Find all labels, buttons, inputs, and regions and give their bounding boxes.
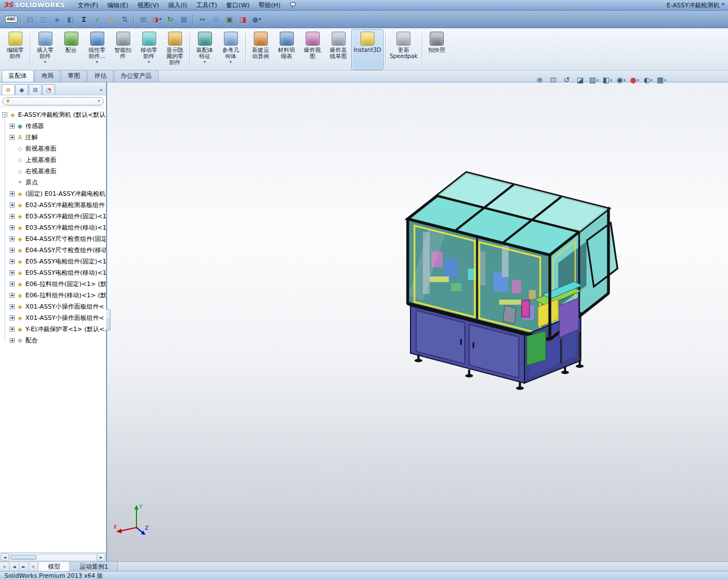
- dropdown-caret[interactable]: ▾: [96, 60, 98, 64]
- tree-item[interactable]: + ◈ E06-拉料组件(移动)<1> (默: [0, 289, 106, 301]
- toolbar-icon[interactable]: ▾: [134, 14, 134, 24]
- dropdown-caret[interactable]: ▾: [230, 60, 232, 64]
- panel-expand-icon[interactable]: »: [99, 87, 104, 95]
- ribbon-button[interactable]: 移动零 部件 ▾: [136, 29, 162, 70]
- mass-properties-icon[interactable]: ◈ ▾: [51, 13, 63, 25]
- menu-item[interactable]: 编辑(E): [103, 1, 133, 10]
- menu-item[interactable]: 工具(T): [192, 1, 222, 10]
- ribbon-button[interactable]: Instant3D ▾: [351, 29, 383, 70]
- commandmanager-tab[interactable]: 装配体: [2, 70, 34, 82]
- expander-icon[interactable]: +: [10, 225, 15, 230]
- tree-item[interactable]: ◇ 前视基准面: [0, 143, 106, 154]
- document-tab[interactable]: 运动算例1: [70, 562, 118, 571]
- tree-item[interactable]: ⌖ 原点: [0, 177, 106, 188]
- tree-item[interactable]: + ◈ E02-ASSY冲裁检测基板组件: [0, 199, 106, 210]
- graphics-canvas[interactable]: [107, 82, 728, 561]
- tree-item[interactable]: + ◈ E03-ASSY冲裁组件(移动)<1: [0, 222, 106, 233]
- dropdown-caret[interactable]: ▾: [637, 78, 639, 82]
- commandmanager-tab[interactable]: 草图: [61, 70, 87, 82]
- expander-icon[interactable]: +: [10, 315, 15, 320]
- zoom-to-fit-icon[interactable]: ⊕ ▾: [533, 74, 546, 85]
- expander-icon[interactable]: +: [10, 327, 15, 332]
- menu-item[interactable]: 帮助(H): [254, 1, 285, 10]
- expander-icon[interactable]: +: [10, 304, 15, 309]
- hide-show-items-icon[interactable]: ◉ ▾: [614, 74, 628, 85]
- propertymanager-tab[interactable]: ◆: [15, 84, 28, 95]
- file-properties-icon[interactable]: ▤ ▾: [24, 13, 36, 25]
- tree-item[interactable]: + ◈ X01-ASSY小操作面板组件<: [0, 312, 106, 323]
- sheet-nav-button[interactable]: »: [29, 562, 38, 571]
- dropdown-caret[interactable]: ▾: [651, 78, 652, 82]
- tree-item[interactable]: + ◈ (固定) E01-ASSY冲裁电检机: [0, 188, 106, 199]
- align-components-icon[interactable]: ⇅ ▾: [118, 13, 131, 25]
- tree-item[interactable]: + ◉ 传感器: [0, 120, 106, 131]
- toolbar-icon[interactable]: ▾: [20, 14, 21, 24]
- measure-icon[interactable]: ↔ ▾: [196, 13, 209, 25]
- tree-item[interactable]: + ◈ E06-拉料组件(固定)<1> (默: [0, 278, 106, 289]
- tree-item[interactable]: + ◈ X01-ASSY小操作面板组件<: [0, 301, 106, 312]
- tree-item[interactable]: + ◈ E03-ASSY冲裁组件(固定)<1: [0, 210, 106, 222]
- expander-icon[interactable]: +: [10, 135, 15, 140]
- panel-splitter-handle[interactable]: ›: [106, 309, 111, 331]
- ribbon-button[interactable]: 材料明 细表 ▾: [273, 29, 299, 70]
- dropdown-caret[interactable]: ▾: [159, 17, 161, 21]
- ribbon-button[interactable]: 更新 Speedpak ▾: [387, 29, 420, 70]
- equations-icon[interactable]: Σ ▾: [78, 13, 90, 25]
- ribbon-button[interactable]: ▾: [385, 33, 386, 67]
- tree-filter-input[interactable]: ▼ ▾: [2, 97, 104, 106]
- expander-icon[interactable]: +: [10, 236, 15, 241]
- scrollbar-thumb[interactable]: [11, 555, 37, 560]
- ribbon-button[interactable]: ▾: [30, 33, 30, 67]
- dropdown-caret[interactable]: ▾: [610, 78, 612, 82]
- expander-icon[interactable]: +: [10, 203, 15, 208]
- ribbon-button[interactable]: 编辑零 部件 ▾: [2, 29, 28, 70]
- menu-item[interactable]: 视图(V): [133, 1, 164, 10]
- panel-horizontal-scrollbar[interactable]: ◄ ►: [0, 552, 106, 561]
- sheet-nav-button[interactable]: ►: [19, 562, 29, 571]
- dropdown-caret[interactable]: ▾: [664, 78, 666, 82]
- configurationmanager-tab[interactable]: ⊞: [29, 84, 42, 95]
- edit-appearance-icon[interactable]: ◑ ▾: [151, 13, 163, 25]
- appearance-toggle-icon[interactable]: ◨ ▾: [237, 13, 249, 25]
- check-document-icon[interactable]: ✓ ▾: [91, 13, 104, 25]
- tree-item[interactable]: + ◈ E04-ASSY尺寸检查组件(移动: [0, 244, 106, 256]
- ribbon-button[interactable]: 爆炸直 线草图 ▾: [325, 29, 351, 70]
- ribbon-button[interactable]: ▾: [245, 33, 246, 67]
- ribbon-button[interactable]: 新建运 动算例 ▾: [248, 29, 273, 70]
- ribbon-button[interactable]: 线性零 部件... ▾: [84, 29, 110, 70]
- tree-item[interactable]: + ◈ E05-ASSY电检组件(移动)<1: [0, 267, 106, 278]
- tree-item[interactable]: + A 注解: [0, 131, 106, 143]
- ribbon-button[interactable]: ▾: [189, 33, 190, 67]
- view-orientation-icon[interactable]: ▧ ▾: [587, 74, 601, 85]
- edit-appearance-icon[interactable]: ● ▾: [628, 74, 641, 85]
- ribbon-button[interactable]: 参考几 何体 ▾: [218, 29, 244, 70]
- tree-item[interactable]: ◇ 上视基准面: [0, 154, 106, 165]
- expander-icon[interactable]: +: [10, 282, 15, 287]
- filter-caret-icon[interactable]: ▾: [98, 99, 100, 103]
- menu-item[interactable]: 插入(I): [164, 1, 192, 10]
- scrollbar-track[interactable]: [10, 554, 96, 561]
- menu-item[interactable]: 文件(F): [73, 1, 103, 10]
- view-settings-icon[interactable]: ▦ ▾: [655, 74, 668, 85]
- scroll-left-button[interactable]: ◄: [1, 553, 9, 561]
- previous-view-icon[interactable]: ↺ ▾: [560, 74, 573, 85]
- ribbon-button[interactable]: ▾: [422, 33, 422, 67]
- compare-documents-icon[interactable]: ◫ ▾: [37, 13, 50, 25]
- dropdown-caret[interactable]: ▾: [259, 17, 261, 21]
- sheet-nav-button[interactable]: «: [0, 562, 10, 571]
- section-view-icon[interactable]: ◪ ▾: [573, 74, 587, 85]
- sheet-nav-button[interactable]: ◄: [10, 562, 19, 571]
- dropdown-caret[interactable]: ▾: [624, 78, 625, 82]
- zoom-to-area-icon[interactable]: ⊡ ▾: [546, 74, 560, 85]
- tree-item[interactable]: + ⊚ 配合: [0, 335, 106, 346]
- ribbon-button[interactable]: 装配体 特征 ▾: [192, 29, 218, 70]
- insert-component-icon[interactable]: ⊞ ▾: [137, 13, 149, 25]
- tree-item[interactable]: ◇ 右视基准面: [0, 165, 106, 177]
- tree-item[interactable]: + ◈ E05-ASSY电检组件(固定)<1: [0, 256, 106, 267]
- rebuild-icon[interactable]: ↻ ▾: [164, 13, 177, 25]
- displaymanager-tab[interactable]: ◔: [42, 84, 55, 95]
- commandmanager-tab[interactable]: 评估: [87, 70, 113, 82]
- scroll-right-button[interactable]: ►: [97, 553, 105, 561]
- ribbon-button[interactable]: 配合 ▾: [58, 29, 84, 70]
- pin-icon[interactable]: [289, 2, 296, 9]
